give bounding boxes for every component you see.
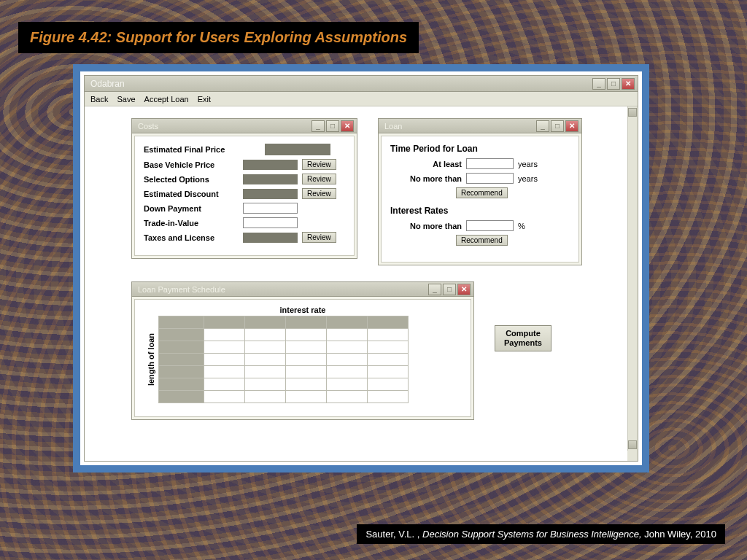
- grid-cell: [286, 354, 327, 366]
- cost-row-label: Taxes and License: [144, 233, 239, 242]
- grid-cell: [204, 341, 245, 354]
- cost-row-label: Base Vehicle Price: [144, 160, 239, 169]
- grid-cell: [245, 341, 286, 354]
- minimize-icon[interactable]: _: [311, 120, 325, 132]
- grid-cell: [327, 391, 368, 403]
- years-unit: years: [518, 160, 538, 168]
- review-button[interactable]: Review: [302, 174, 336, 184]
- cost-value-bar: [243, 189, 298, 199]
- grid-cell: [286, 341, 327, 354]
- resize-grip-icon[interactable]: [627, 451, 638, 461]
- menu-accept-loan[interactable]: Accept Loan: [144, 95, 189, 104]
- review-button[interactable]: Review: [302, 159, 336, 170]
- interest-rates-heading: Interest Rates: [390, 206, 570, 216]
- grid-cell: [286, 329, 327, 341]
- grid-cell: [204, 378, 245, 391]
- recommend-rate-button[interactable]: Recommend: [456, 235, 508, 246]
- costs-window: Costs _ □ ✕ Estimated Final Price Base V…: [131, 118, 357, 259]
- main-app-window: Odabran _ □ ✕ Back Save Accept Loan Exit…: [84, 75, 638, 462]
- cost-row: Trade-in-Value: [144, 217, 345, 228]
- grid-cell: [204, 329, 245, 341]
- recommend-time-button[interactable]: Recommend: [456, 187, 508, 198]
- cost-row-label: Trade-in-Value: [144, 219, 239, 228]
- costs-title: Costs: [135, 122, 158, 131]
- client-area: Costs _ □ ✕ Estimated Final Price Base V…: [85, 106, 638, 461]
- compute-label-line1: Compute: [506, 329, 541, 338]
- vertical-scrollbar[interactable]: [627, 106, 638, 461]
- grid-cell: [327, 329, 368, 341]
- credit-book: Decision Support Systems for Business In…: [422, 529, 644, 540]
- maximize-icon[interactable]: □: [551, 120, 564, 132]
- grid-cell: [327, 354, 368, 366]
- grid-cell: [327, 378, 368, 391]
- grid-cell: [286, 378, 327, 391]
- grid-col-header: [327, 316, 368, 329]
- grid-col-header: [245, 316, 286, 329]
- time-period-heading: Time Period for Loan: [390, 144, 570, 154]
- cost-row: Down Payment: [144, 203, 345, 214]
- grid-row-header: [159, 329, 204, 341]
- estimated-final-price-value: [265, 144, 330, 155]
- grid-cell: [245, 366, 286, 378]
- credit-author: Sauter, V.L. ,: [365, 529, 422, 540]
- maximize-icon[interactable]: □: [326, 120, 339, 132]
- compute-payments-button[interactable]: Compute Payments: [495, 325, 551, 351]
- cost-value-bar: [243, 233, 298, 243]
- grid-cell: [245, 378, 286, 391]
- y-axis-label: length of loan: [147, 333, 155, 386]
- figure-frame: Odabran _ □ ✕ Back Save Accept Loan Exit…: [73, 64, 649, 472]
- grid-cell: [204, 391, 245, 403]
- grid-col-header: [368, 316, 409, 329]
- close-icon[interactable]: ✕: [341, 120, 354, 132]
- loan-window: Loan _ □ ✕ Time Period for Loan At least…: [378, 118, 582, 265]
- menu-bar: Back Save Accept Loan Exit: [85, 92, 638, 106]
- no-more-than-rate-input[interactable]: [466, 220, 514, 231]
- menu-exit[interactable]: Exit: [198, 95, 211, 104]
- cost-row-label: Estimated Discount: [144, 190, 239, 198]
- minimize-icon[interactable]: _: [592, 78, 605, 90]
- no-more-than-time-label: No more than: [403, 174, 462, 183]
- years-unit: years: [518, 174, 538, 183]
- grid-cell: [368, 354, 409, 366]
- at-least-input[interactable]: [466, 158, 514, 169]
- minimize-icon[interactable]: _: [428, 284, 441, 295]
- grid-col-header: [286, 316, 327, 329]
- grid-row-header: [159, 391, 204, 403]
- grid-cell: [368, 329, 409, 341]
- figure-title-text: Figure 4.42: Support for Users Exploring…: [30, 29, 407, 45]
- x-axis-label: interest rate: [147, 306, 459, 314]
- close-icon[interactable]: ✕: [622, 78, 635, 90]
- at-least-label: At least: [403, 160, 462, 168]
- grid-cell: [204, 354, 245, 366]
- grid-cell: [327, 341, 368, 354]
- review-button[interactable]: Review: [302, 232, 336, 243]
- maximize-icon[interactable]: □: [443, 284, 456, 295]
- loan-titlebar: Loan _ □ ✕: [379, 119, 581, 133]
- maximize-icon[interactable]: □: [607, 78, 620, 90]
- grid-cell: [368, 391, 409, 403]
- close-icon[interactable]: ✕: [565, 120, 578, 132]
- grid-row-header: [159, 366, 204, 378]
- cost-row-label: Down Payment: [144, 204, 239, 213]
- cost-value-input[interactable]: [243, 203, 298, 214]
- grid-cell: [286, 391, 327, 403]
- scroll-up-icon[interactable]: [628, 108, 637, 117]
- menu-back[interactable]: Back: [90, 95, 108, 104]
- main-titlebar: Odabran _ □ ✕: [85, 76, 638, 92]
- cost-row: Estimated DiscountReview: [144, 188, 345, 199]
- grid-row-header: [159, 354, 204, 366]
- minimize-icon[interactable]: _: [536, 120, 549, 132]
- scroll-down-icon[interactable]: [628, 440, 637, 449]
- cost-value-bar: [243, 160, 298, 170]
- review-button[interactable]: Review: [302, 188, 336, 199]
- menu-save[interactable]: Save: [117, 95, 135, 104]
- cost-row-label: Selected Options: [144, 175, 239, 184]
- close-icon[interactable]: ✕: [457, 284, 471, 295]
- cost-value-input[interactable]: [243, 217, 298, 228]
- grid-row-header: [159, 341, 204, 354]
- credit-publisher: John Wiley, 2010: [644, 529, 716, 540]
- no-more-than-time-input[interactable]: [466, 173, 514, 184]
- grid-row-header: [159, 378, 204, 391]
- payment-grid: [158, 316, 409, 403]
- cost-row: Base Vehicle PriceReview: [144, 159, 345, 170]
